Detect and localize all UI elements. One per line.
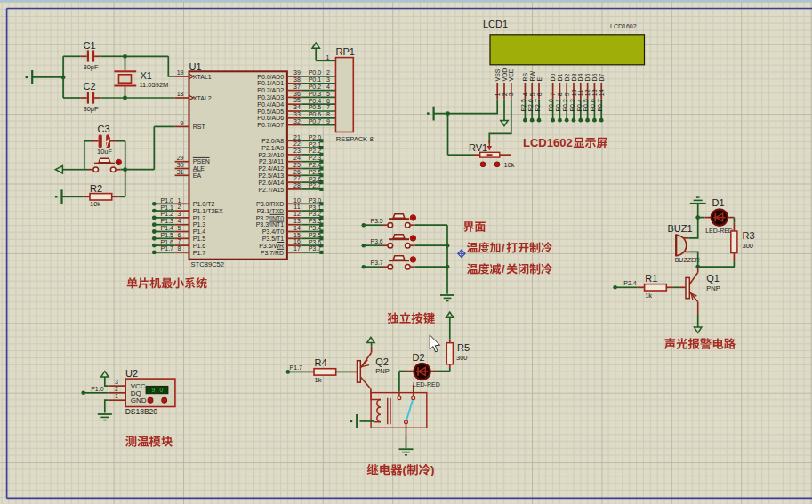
svg-text:D7: D7	[599, 73, 605, 81]
svg-text:P3.6: P3.6	[371, 238, 383, 244]
svg-text:26: 26	[293, 169, 301, 175]
svg-text:P0.1/AD1: P0.1/AD1	[257, 80, 284, 86]
svg-text:P0.4/AD4: P0.4/AD4	[257, 101, 284, 108]
svg-text:7: 7	[178, 238, 181, 244]
svg-text:X1: X1	[141, 70, 152, 81]
svg-text:D5: D5	[584, 73, 591, 81]
svg-text:P3.2/INT0: P3.2/INT0	[256, 215, 285, 221]
svg-text:14: 14	[293, 225, 301, 231]
svg-text:P0.5: P0.5	[583, 99, 589, 112]
svg-text:3: 3	[115, 379, 118, 385]
svg-text:P2.6: P2.6	[309, 176, 322, 182]
svg-text:D1: D1	[557, 73, 563, 81]
svg-text:P2.7: P2.7	[309, 182, 322, 188]
svg-text:P2.2/A10: P2.2/A10	[258, 152, 284, 158]
svg-text:ALE: ALE	[193, 165, 205, 172]
svg-text:15: 15	[293, 232, 301, 238]
svg-text:30pF: 30pF	[84, 105, 100, 113]
svg-text:P1.7: P1.7	[290, 364, 303, 371]
svg-text:BUZZER: BUZZER	[675, 257, 700, 263]
svg-text:31: 31	[177, 169, 184, 175]
svg-text:P2.6: P2.6	[527, 99, 534, 112]
svg-text:P0.0: P0.0	[309, 69, 322, 76]
svg-text:XTAL2: XTAL2	[193, 95, 212, 101]
svg-text:2: 2	[178, 204, 181, 210]
svg-text:VEE: VEE	[508, 68, 514, 81]
svg-text:33: 33	[293, 111, 301, 117]
svg-text:D0: D0	[550, 73, 556, 81]
svg-text:P2.0/A8: P2.0/A8	[261, 138, 284, 144]
svg-text:P3.1/TXD: P3.1/TXD	[257, 208, 284, 214]
svg-text:P2.1: P2.1	[309, 141, 322, 148]
svg-text:28: 28	[293, 182, 301, 188]
svg-text:P2.4/A12: P2.4/A12	[258, 165, 284, 172]
svg-text:P3.6: P3.6	[309, 239, 322, 245]
svg-text:P0.3: P0.3	[309, 91, 322, 97]
svg-text:U2: U2	[125, 368, 138, 379]
svg-text:P0.4: P0.4	[576, 99, 583, 112]
svg-text:P1.1/T2EX: P1.1/T2EX	[193, 208, 223, 214]
svg-text:P3.7/RD: P3.7/RD	[261, 250, 284, 256]
svg-text:P2.5: P2.5	[309, 169, 322, 175]
svg-text:R2: R2	[90, 183, 102, 194]
svg-text:2: 2	[326, 69, 330, 76]
svg-text:P0.3/AD3: P0.3/AD3	[257, 94, 284, 100]
svg-text:RESPACK-8: RESPACK-8	[336, 135, 374, 143]
svg-text:5: 5	[178, 225, 181, 231]
svg-text:35: 35	[293, 97, 301, 103]
svg-text:D2: D2	[564, 73, 570, 81]
svg-text:36: 36	[293, 91, 301, 97]
svg-text:STC89C52: STC89C52	[191, 260, 225, 268]
svg-text:P2.3: P2.3	[309, 155, 322, 161]
svg-text:10: 10	[293, 197, 301, 204]
svg-text:21: 21	[293, 134, 301, 140]
svg-text:P0.3: P0.3	[569, 99, 575, 112]
svg-text:17: 17	[293, 245, 301, 252]
svg-text:/: /	[502, 241, 505, 254]
svg-text:14: 14	[599, 89, 605, 96]
svg-text:D4: D4	[577, 73, 583, 81]
svg-text:25: 25	[293, 162, 301, 168]
svg-text:22: 22	[293, 140, 301, 147]
svg-text:P2.1/A9: P2.1/A9	[261, 145, 284, 151]
svg-text:P1.6: P1.6	[161, 239, 174, 245]
svg-text:PNP: PNP	[706, 284, 720, 292]
svg-text:9: 9	[564, 92, 570, 96]
svg-text:P3.0/RXD: P3.0/RXD	[256, 201, 284, 207]
svg-text:P0.6: P0.6	[309, 111, 322, 117]
svg-text:P1.5: P1.5	[161, 232, 174, 238]
svg-text:E: E	[536, 77, 543, 82]
svg-text:6: 6	[326, 98, 330, 104]
svg-text:6: 6	[178, 232, 181, 238]
svg-text:P1.7: P1.7	[161, 245, 174, 252]
svg-text:P0.1: P0.1	[555, 99, 561, 112]
svg-text:8: 8	[557, 92, 563, 96]
svg-text:LCD1602: LCD1602	[610, 23, 637, 29]
svg-text:VDD: VDD	[502, 68, 508, 82]
svg-text:0: 0	[160, 387, 164, 393]
svg-text:11.0592M: 11.0592M	[140, 81, 169, 89]
svg-text:BUZ1: BUZ1	[668, 223, 693, 234]
svg-text:4: 4	[326, 84, 330, 90]
svg-text:6: 6	[536, 92, 543, 96]
svg-text:RW: RW	[529, 71, 535, 82]
svg-text:P1.7: P1.7	[193, 250, 206, 256]
svg-text:LED-RED: LED-RED	[705, 228, 733, 234]
svg-text:P3.2: P3.2	[309, 211, 322, 217]
svg-text:P1.1: P1.1	[161, 204, 174, 211]
svg-text:P0.2: P0.2	[562, 99, 568, 112]
svg-text:30: 30	[177, 162, 184, 168]
svg-text:P2.4: P2.4	[623, 280, 637, 286]
svg-text:U1: U1	[189, 61, 202, 72]
svg-text:P1.0/T2: P1.0/T2	[193, 201, 215, 207]
svg-text:D3: D3	[571, 73, 577, 81]
svg-text:P0.1: P0.1	[309, 76, 322, 83]
svg-text:GND: GND	[131, 396, 147, 404]
svg-text:): )	[430, 463, 434, 476]
svg-text:1: 1	[326, 54, 330, 60]
svg-text:P2.6/A14: P2.6/A14	[258, 180, 284, 186]
svg-text:P2.5: P2.5	[520, 99, 527, 112]
svg-text:P3.4/T0: P3.4/T0	[262, 228, 285, 235]
svg-text:2: 2	[115, 386, 118, 392]
svg-text:/: /	[502, 262, 505, 276]
